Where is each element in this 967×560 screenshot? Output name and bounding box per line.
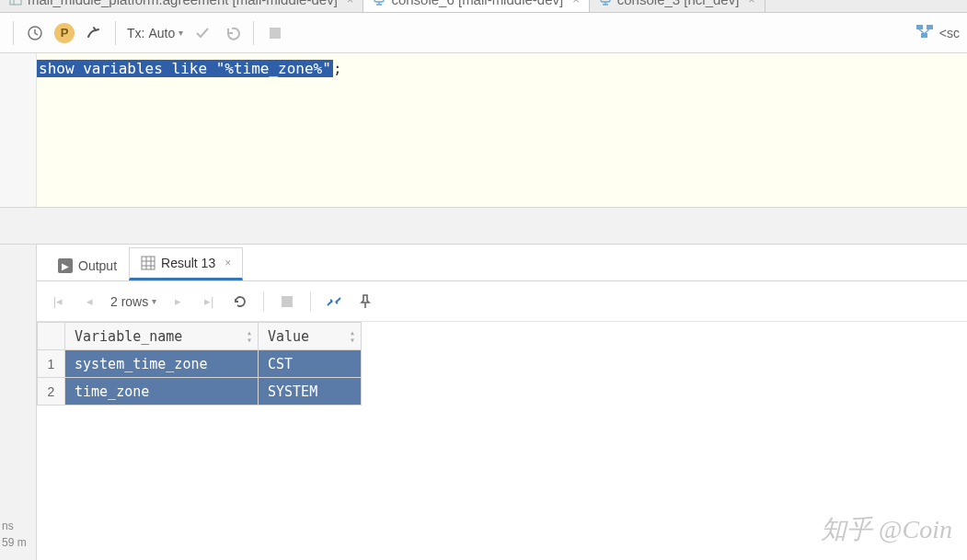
right-hint: <sc (939, 26, 960, 40)
close-icon[interactable]: × (347, 0, 354, 6)
tx-mode-value: Auto (148, 26, 175, 40)
compare-button[interactable] (320, 288, 348, 315)
separator (263, 291, 264, 312)
cell-variable-name[interactable]: system_time_zone (65, 350, 259, 378)
svg-rect-0 (10, 0, 21, 5)
tx-mode-dropdown[interactable]: Tx: Auto ▾ (127, 26, 183, 40)
left-sidebar-stub: ns 59 m (0, 245, 37, 560)
close-icon[interactable]: × (572, 0, 580, 6)
file-tab-console6[interactable]: console_6 [mall-middle-dev] × (363, 0, 589, 12)
svg-rect-5 (916, 25, 923, 29)
splitter-gap[interactable] (0, 208, 967, 245)
table-row[interactable]: 1 system_time_zone CST (38, 350, 362, 378)
refresh-button[interactable] (226, 288, 254, 315)
file-tab-label: console_6 [mall-middle-dev] (391, 0, 563, 7)
code-line: show variables like "%time_zone%"; (37, 57, 967, 79)
file-tab-agreement[interactable]: mall_middle_platform.agreement [mall-mid… (0, 0, 363, 12)
tab-result[interactable]: Result 13 × (129, 247, 243, 280)
svg-rect-7 (921, 33, 927, 38)
commit-button[interactable] (189, 19, 216, 47)
result-toolbar: |◂ ◂ 2 rows ▾ ▸ ▸| (37, 281, 967, 322)
row-number: 2 (38, 378, 65, 406)
console-icon (373, 0, 386, 6)
column-label: Variable_name (75, 328, 182, 345)
next-page-button[interactable]: ▸ (164, 288, 191, 315)
sql-editor[interactable]: show variables like "%time_zone%"; (37, 53, 967, 207)
toolbar-right: <sc (915, 24, 960, 41)
profile-badge[interactable]: P (51, 19, 78, 47)
sql-tail: ; (333, 60, 342, 77)
rows-count-label: 2 rows (110, 294, 148, 309)
row-number: 1 (38, 350, 65, 378)
stop-button[interactable] (261, 19, 289, 47)
pin-button[interactable] (351, 288, 379, 315)
separator (310, 291, 311, 312)
separator (13, 21, 14, 45)
sort-icon[interactable]: ▴▾ (247, 329, 252, 344)
stub-line: ns (0, 518, 36, 534)
sort-icon[interactable]: ▴▾ (350, 329, 355, 344)
first-page-button[interactable]: |◂ (44, 288, 72, 315)
last-page-button[interactable]: ▸| (195, 288, 223, 315)
svg-rect-13 (282, 296, 293, 307)
svg-rect-8 (142, 257, 155, 269)
close-icon[interactable]: × (224, 257, 231, 269)
p-icon: P (54, 23, 75, 43)
stub-line: 59 m (0, 534, 36, 551)
file-tab-label: console_3 [hci_dev] (617, 0, 740, 7)
result-grid[interactable]: Variable_name ▴▾ Value ▴▾ 1 system_time_… (37, 322, 967, 406)
schema-icon[interactable] (915, 24, 934, 41)
result-tab-bar: ▶ Output Result 13 × (37, 245, 967, 281)
rows-count-dropdown[interactable]: 2 rows ▾ (110, 294, 156, 309)
cell-variable-name[interactable]: time_zone (65, 378, 259, 406)
console-icon (599, 0, 612, 6)
file-tab-console3[interactable]: console_3 [hci_dev] × (590, 0, 766, 12)
column-header-value[interactable]: Value ▴▾ (259, 323, 362, 350)
table-row[interactable]: 2 time_zone SYSTEM (38, 378, 362, 406)
separator (253, 21, 254, 45)
settings-button[interactable] (80, 19, 108, 47)
chevron-down-icon: ▾ (178, 28, 183, 38)
table-icon (9, 0, 22, 6)
header-row: Variable_name ▴▾ Value ▴▾ (38, 323, 362, 350)
chevron-down-icon: ▾ (152, 296, 156, 306)
output-icon: ▶ (58, 258, 73, 273)
sql-selection: show variables like "%time_zone%" (37, 60, 333, 77)
history-button[interactable] (21, 19, 49, 47)
svg-rect-6 (927, 25, 933, 29)
rollback-button[interactable] (218, 19, 246, 47)
column-label: Value (268, 328, 309, 345)
stop-result-button[interactable] (273, 288, 301, 315)
editor-gutter (0, 53, 37, 207)
cell-value[interactable]: SYSTEM (259, 378, 362, 406)
close-icon[interactable]: × (748, 0, 755, 6)
svg-rect-4 (270, 28, 281, 39)
corner-cell (38, 323, 65, 350)
results-main: ▶ Output Result 13 × |◂ ◂ 2 rows ▾ ▸ ▸| (37, 245, 967, 560)
file-tab-label: mall_middle_platform.agreement [mall-mid… (28, 0, 338, 7)
cell-value[interactable]: CST (259, 350, 362, 378)
tx-label: Tx: (127, 26, 144, 40)
separator (115, 21, 116, 45)
column-header-variable-name[interactable]: Variable_name ▴▾ (65, 323, 259, 350)
grid-icon (141, 256, 155, 270)
sql-editor-pane: show variables like "%time_zone%"; (0, 53, 967, 208)
prev-page-button[interactable]: ◂ (75, 288, 103, 315)
tab-label: Result 13 (161, 256, 215, 270)
tab-output[interactable]: ▶ Output (46, 250, 129, 280)
results-panel: ns 59 m ▶ Output Result 13 × |◂ ◂ 2 rows (0, 245, 967, 560)
tab-label: Output (78, 258, 117, 273)
editor-file-tabs: mall_middle_platform.agreement [mall-mid… (0, 0, 967, 13)
editor-toolbar: P Tx: Auto ▾ <sc (0, 13, 967, 53)
